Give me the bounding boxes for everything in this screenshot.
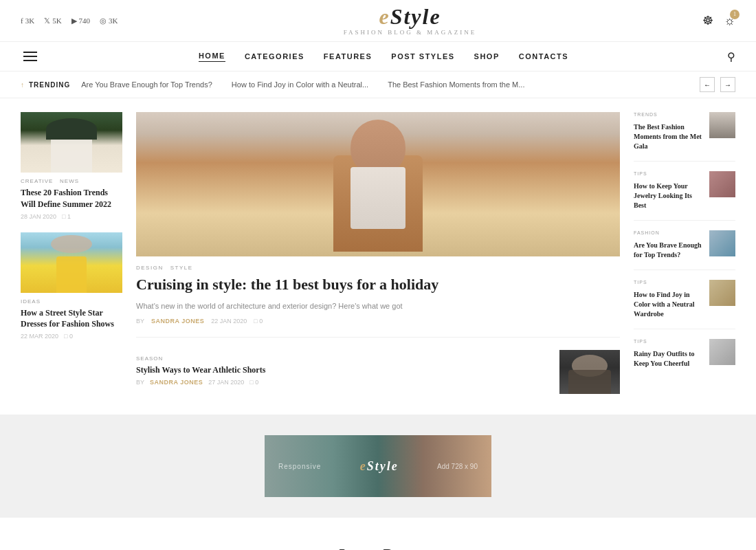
- featured-tag-style: STYLE: [170, 265, 193, 271]
- youtube-count: 740: [79, 16, 91, 25]
- nav-post-styles[interactable]: POST STYLES: [391, 52, 454, 60]
- right-article-5-text: TIPS Rainy Day Outfits to Keep You Cheer…: [634, 339, 704, 368]
- small-article-text: SEASON Stylish Ways to Wear Athletic Sho…: [136, 350, 551, 394]
- social-instagram[interactable]: ◎ 3K: [100, 16, 118, 25]
- trending-prev-button[interactable]: ←: [700, 77, 715, 92]
- small-article: SEASON Stylish Ways to Wear Athletic Sho…: [136, 337, 620, 394]
- logo-tagline: FASHION BLOG & MAGAZINE: [344, 29, 477, 36]
- twitter-icon: 𝕏: [44, 16, 50, 25]
- featured-excerpt: What's new in the world of architecture …: [136, 300, 620, 313]
- ad-banner[interactable]: Responsive eStyle Add 728 x 90: [265, 435, 491, 497]
- social-facebook[interactable]: f 3K: [21, 16, 34, 25]
- left-article-1-image[interactable]: [21, 112, 122, 173]
- account-icon[interactable]: ☸: [702, 13, 713, 28]
- trending-next-button[interactable]: →: [720, 77, 735, 92]
- featured-meta: BY SANDRA JONES 22 JAN 2020 □ 0: [136, 318, 620, 324]
- featured-title[interactable]: Cruising in style: the 11 best buys for …: [136, 275, 620, 295]
- search-button[interactable]: ⚲: [727, 50, 735, 63]
- small-article-image[interactable]: [559, 350, 620, 394]
- trending-arrow-icon: ↑: [21, 81, 25, 89]
- right-article-4-text: TIPS How to Find Joy in Color with a Neu…: [634, 280, 704, 319]
- left-article-1-category: CREATIVE NEWS: [21, 178, 122, 184]
- ad-size-label: Add 728 x 90: [437, 463, 478, 470]
- featured-comments: □ 0: [254, 318, 263, 324]
- nav-categories[interactable]: CATEGORIES: [245, 52, 304, 60]
- small-article-title[interactable]: Stylish Ways to Wear Athletic Shorts: [136, 364, 551, 376]
- featured-date: 22 JAN 2020: [211, 318, 247, 324]
- right-article-5-section: TIPS: [634, 339, 704, 344]
- featured-tag-design: DESIGN: [136, 265, 164, 271]
- trending-item-3[interactable]: The Best Fashion Moments from the M...: [388, 80, 524, 89]
- featured-author[interactable]: SANDRA JONES: [151, 318, 204, 324]
- right-article-1-image[interactable]: [709, 112, 735, 138]
- trending-nav: ← →: [700, 77, 735, 92]
- main-content: CREATIVE NEWS These 20 Fashion Trends Wi…: [0, 98, 756, 408]
- trending-items: Are You Brave Enough for Top Trends? How…: [81, 80, 689, 89]
- right-article-5: TIPS Rainy Day Outfits to Keep You Cheer…: [634, 339, 735, 378]
- cart-badge: 1: [730, 10, 740, 19]
- left-article-2-image[interactable]: [21, 232, 122, 293]
- latest-section: Latest Posts Stay up-to-date: [0, 518, 756, 550]
- right-column: TRENDS The Best Fashion Moments from the…: [634, 112, 735, 394]
- left-article-1-title[interactable]: These 20 Fashion Trends Will Define Summ…: [21, 187, 122, 210]
- latest-posts-title: Latest Posts: [21, 545, 735, 550]
- right-article-3-text: FASHION Are You Brave Enough for Top Tre…: [634, 230, 704, 260]
- right-article-5-title[interactable]: Rainy Day Outfits to Keep You Cheerful: [634, 349, 704, 368]
- small-article-category: SEASON: [136, 355, 551, 362]
- right-article-1-title[interactable]: The Best Fashion Moments from the Met Ga…: [634, 122, 704, 151]
- top-bar: f 3K 𝕏 5K ▶ 740 ◎ 3K eStyle FASHION BLOG…: [0, 0, 756, 42]
- logo-title: eStyle: [344, 6, 477, 28]
- ad-responsive-label: Responsive: [278, 463, 321, 470]
- trending-item-2[interactable]: How to Find Joy in Color with a Neutral.…: [232, 80, 368, 89]
- featured-image[interactable]: [136, 112, 620, 256]
- nav-contacts[interactable]: CONTACTS: [519, 52, 568, 60]
- nav-home[interactable]: HOME: [199, 52, 225, 62]
- small-article-author[interactable]: SANDRA JONES: [150, 379, 203, 386]
- right-article-4-image[interactable]: [709, 280, 735, 306]
- right-article-3-image[interactable]: [709, 230, 735, 256]
- logo[interactable]: eStyle FASHION BLOG & MAGAZINE: [344, 6, 477, 36]
- left-article-1-comments: □ 1: [62, 213, 71, 220]
- right-article-4: TIPS How to Find Joy in Color with a Neu…: [634, 280, 735, 329]
- ad-logo: eStyle: [360, 459, 399, 474]
- hamburger-menu[interactable]: [21, 49, 40, 64]
- social-twitter[interactable]: 𝕏 5K: [44, 16, 61, 25]
- right-article-4-section: TIPS: [634, 280, 704, 285]
- right-article-2-title[interactable]: How to Keep Your Jewelry Looking Its Bes…: [634, 182, 704, 210]
- left-article-2-date: 22 MAR 2020: [21, 333, 58, 340]
- right-article-3-section: FASHION: [634, 230, 704, 235]
- left-article-1-meta: 28 JAN 2020 □ 1: [21, 213, 122, 220]
- right-article-2: TIPS How to Keep Your Jewelry Looking It…: [634, 171, 735, 221]
- nav-shop[interactable]: SHOP: [474, 52, 500, 60]
- small-article-comments: □ 0: [249, 379, 258, 386]
- right-article-4-title[interactable]: How to Find Joy in Color with a Neutral …: [634, 290, 704, 319]
- trending-label: ↑ TRENDING: [21, 81, 70, 89]
- twitter-count: 5K: [52, 16, 61, 25]
- right-article-1-text: TRENDS The Best Fashion Moments from the…: [634, 112, 704, 151]
- left-article-1-date: 28 JAN 2020: [21, 213, 56, 220]
- right-article-3-title[interactable]: Are You Brave Enough for Top Trends?: [634, 241, 704, 260]
- featured-tags: DESIGN STYLE: [136, 265, 620, 271]
- left-column: CREATIVE NEWS These 20 Fashion Trends Wi…: [21, 112, 122, 394]
- right-article-2-text: TIPS How to Keep Your Jewelry Looking It…: [634, 171, 704, 210]
- small-article-meta: BY SANDRA JONES 27 JAN 2020 □ 0: [136, 379, 551, 386]
- left-article-1: CREATIVE NEWS These 20 Fashion Trends Wi…: [21, 112, 122, 220]
- small-article-date: 27 JAN 2020: [208, 379, 244, 386]
- youtube-icon: ▶: [71, 16, 77, 25]
- right-article-2-section: TIPS: [634, 171, 704, 176]
- center-column: DESIGN STYLE Cruising in style: the 11 b…: [136, 112, 620, 394]
- right-article-2-image[interactable]: [709, 171, 735, 197]
- left-article-2: IDEAS How a Street Style Star Dresses fo…: [21, 232, 122, 340]
- ad-section: Responsive eStyle Add 728 x 90: [0, 415, 756, 518]
- trending-item-1[interactable]: Are You Brave Enough for Top Trends?: [81, 80, 212, 89]
- facebook-count: 3K: [25, 16, 34, 25]
- social-youtube[interactable]: ▶ 740: [71, 16, 91, 25]
- right-article-1: TRENDS The Best Fashion Moments from the…: [634, 112, 735, 162]
- right-article-5-image[interactable]: [709, 339, 735, 365]
- nav-links: HOME CATEGORIES FEATURES POST STYLES SHO…: [40, 52, 727, 62]
- nav-features[interactable]: FEATURES: [324, 52, 372, 60]
- right-article-1-section: TRENDS: [634, 112, 704, 117]
- left-article-2-title[interactable]: How a Street Style Star Dresses for Fash…: [21, 307, 122, 331]
- cart-wrap[interactable]: ☼ 1: [724, 14, 736, 28]
- facebook-icon: f: [21, 16, 23, 25]
